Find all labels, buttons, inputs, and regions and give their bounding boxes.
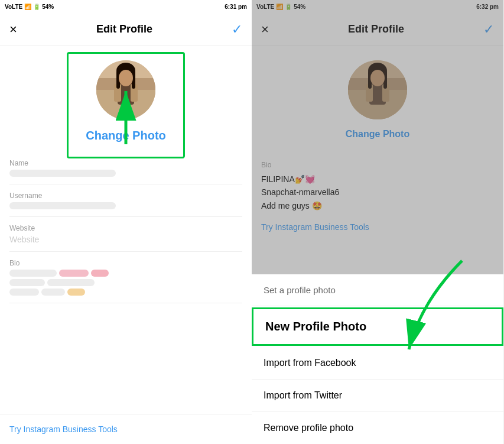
profile-section-left: Change Photo [0,46,252,152]
field-name-label: Name [9,159,242,167]
arrow-svg-left [102,79,149,150]
status-bar-left: VoLTE 📶 🔋 54% 6:31 pm [0,0,252,13]
modal-item-remove-photo[interactable]: Remove profile photo [252,412,503,444]
form-section-left: Name Username Website Website Bio [0,152,252,414]
field-website: Website Website [9,217,242,252]
field-username-value[interactable] [9,202,116,209]
photo-options-modal: Set a profile photo New Profile Photo Im… [252,274,503,444]
modal-item-import-twitter[interactable]: Import from Twitter [252,380,503,412]
left-panel: VoLTE 📶 🔋 54% 6:31 pm × Edit Profile ✓ [0,0,252,444]
bio-lines-left [9,270,242,296]
close-button-left[interactable]: × [9,22,17,37]
modal-item-import-facebook[interactable]: Import from Facebook [252,347,503,380]
edit-profile-header-left: × Edit Profile ✓ [0,13,252,46]
field-website-placeholder[interactable]: Website [9,235,242,244]
modal-section-header: Set a profile photo [252,274,503,306]
save-button-left[interactable]: ✓ [232,22,242,37]
modal-item-new-profile-photo[interactable]: New Profile Photo [252,307,503,346]
field-username: Username [9,184,242,217]
field-username-label: Username [9,192,242,200]
business-tools-link-left[interactable]: Try Instagram Business Tools [9,424,118,434]
right-panel: VoLTE 📶 🔋 54% 6:32 pm × Edit Profile ✓ [252,0,503,444]
page-title-left: Edit Profile [96,23,152,35]
field-bio-label: Bio [9,259,242,267]
field-bio: Bio [9,252,242,303]
business-tools-left: Try Instagram Business Tools [0,414,252,444]
field-name: Name [9,152,242,184]
field-name-value[interactable] [9,170,116,177]
field-website-label: Website [9,224,242,232]
